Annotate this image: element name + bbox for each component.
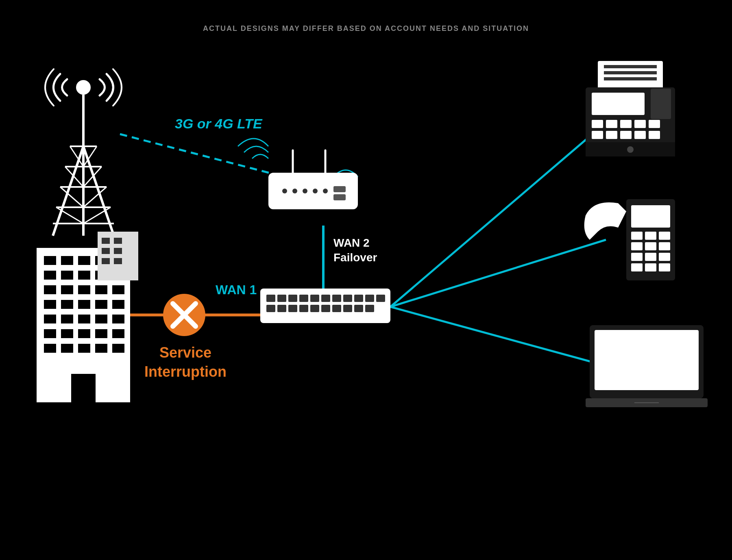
svg-rect-114 [649, 120, 660, 128]
svg-rect-95 [114, 238, 122, 244]
svg-rect-49 [299, 305, 308, 312]
svg-rect-46 [266, 305, 275, 312]
svg-rect-135 [659, 263, 670, 271]
svg-rect-78 [61, 315, 73, 323]
svg-rect-104 [604, 65, 657, 68]
svg-point-7 [76, 80, 91, 95]
svg-point-121 [627, 146, 634, 153]
svg-rect-94 [102, 238, 110, 244]
svg-rect-64 [78, 271, 90, 280]
svg-rect-82 [44, 329, 56, 338]
svg-rect-35 [266, 295, 275, 302]
svg-rect-77 [44, 315, 56, 323]
svg-point-30 [313, 189, 318, 193]
svg-rect-105 [604, 71, 657, 74]
svg-rect-86 [112, 329, 124, 338]
svg-rect-55 [365, 305, 374, 312]
svg-rect-130 [631, 253, 643, 261]
service-text: Service [159, 344, 211, 361]
svg-rect-108 [592, 93, 645, 115]
svg-rect-134 [645, 263, 656, 271]
svg-rect-113 [634, 120, 646, 128]
svg-rect-37 [288, 295, 297, 302]
svg-rect-72 [44, 300, 56, 309]
svg-rect-50 [310, 305, 319, 312]
svg-rect-41 [332, 295, 341, 302]
svg-rect-69 [78, 285, 90, 294]
svg-rect-52 [332, 305, 341, 312]
svg-rect-47 [277, 305, 286, 312]
svg-rect-137 [595, 330, 699, 390]
failover-text: Failover [333, 251, 377, 264]
svg-rect-127 [631, 242, 643, 250]
svg-rect-83 [61, 329, 73, 338]
svg-point-31 [323, 189, 328, 193]
svg-rect-40 [321, 295, 330, 302]
svg-rect-126 [659, 232, 670, 240]
wan2-failover-label: WAN 2 Failover [333, 236, 377, 265]
wan1-label: WAN 1 [216, 282, 257, 297]
svg-rect-51 [321, 305, 330, 312]
svg-rect-124 [631, 232, 643, 240]
svg-rect-123 [631, 205, 670, 228]
svg-rect-96 [102, 248, 110, 254]
svg-line-4 [390, 126, 602, 307]
svg-rect-70 [95, 285, 107, 294]
svg-rect-45 [376, 295, 385, 302]
svg-rect-131 [645, 253, 656, 261]
svg-rect-87 [44, 344, 56, 353]
svg-rect-91 [112, 344, 124, 353]
svg-rect-71 [112, 285, 124, 294]
wan2-text: WAN 2 [333, 237, 370, 249]
svg-rect-111 [606, 120, 617, 128]
svg-rect-97 [114, 248, 122, 254]
svg-rect-129 [659, 242, 670, 250]
svg-rect-76 [112, 300, 124, 309]
svg-rect-33 [333, 194, 346, 200]
svg-rect-75 [95, 300, 107, 309]
svg-rect-90 [95, 344, 107, 353]
svg-rect-125 [645, 232, 656, 240]
svg-rect-106 [604, 77, 657, 80]
svg-rect-98 [102, 258, 110, 264]
svg-rect-54 [354, 305, 363, 312]
svg-point-27 [282, 189, 287, 193]
svg-rect-85 [95, 329, 107, 338]
svg-rect-88 [61, 344, 73, 353]
diagram-svg [0, 0, 732, 560]
svg-rect-42 [343, 295, 352, 302]
svg-rect-73 [61, 300, 73, 309]
svg-rect-48 [288, 305, 297, 312]
svg-rect-119 [649, 131, 660, 139]
svg-rect-117 [620, 131, 632, 139]
svg-rect-44 [365, 295, 374, 302]
svg-rect-99 [114, 258, 122, 264]
svg-rect-92 [71, 374, 96, 402]
svg-rect-84 [78, 329, 90, 338]
svg-rect-110 [592, 120, 603, 128]
svg-rect-63 [61, 271, 73, 280]
svg-point-28 [292, 189, 297, 193]
svg-rect-32 [333, 186, 346, 192]
svg-rect-38 [299, 295, 308, 302]
svg-rect-80 [95, 315, 107, 323]
svg-rect-81 [112, 315, 124, 323]
svg-rect-57 [44, 256, 56, 265]
svg-rect-68 [61, 285, 73, 294]
disclaimer-text: ACTUAL DESIGNS MAY DIFFER BASED ON ACCOU… [203, 24, 529, 33]
svg-rect-79 [78, 315, 90, 323]
svg-rect-128 [645, 242, 656, 250]
service-interruption-label: Service Interruption [144, 343, 227, 382]
svg-rect-109 [651, 89, 671, 119]
interruption-text: Interruption [144, 363, 227, 380]
svg-rect-118 [634, 131, 646, 139]
svg-rect-116 [606, 131, 617, 139]
lte-label: 3G or 4G LTE [175, 116, 262, 132]
svg-rect-36 [277, 295, 286, 302]
svg-rect-67 [44, 285, 56, 294]
svg-rect-89 [78, 344, 90, 353]
svg-line-6 [390, 307, 606, 366]
svg-rect-53 [343, 305, 352, 312]
svg-rect-43 [354, 295, 363, 302]
svg-line-0 [120, 134, 277, 175]
